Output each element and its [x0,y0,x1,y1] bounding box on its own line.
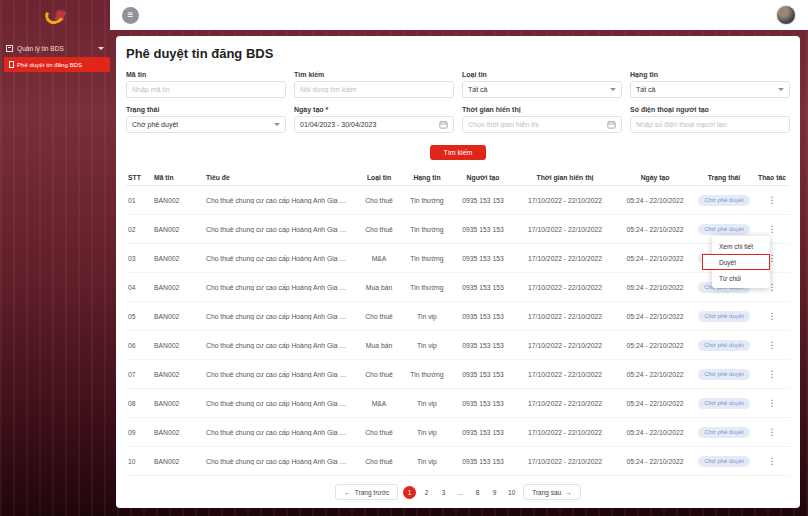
cell-loai-tin: Cho thuê [356,197,402,204]
cell-tieu-de: Cho thuê chung cư cao cấp Hoàng Anh Gia … [206,284,356,291]
cell-thoi-gian: 17/10/2022 - 22/10/2022 [514,371,616,378]
cell-thoi-gian: 17/10/2022 - 22/10/2022 [514,342,616,349]
row-actions-kebab-icon[interactable]: ⋮ [768,340,777,350]
context-menu-item[interactable]: Duyệt [702,254,770,270]
prev-page-label: Trang trước [355,489,389,496]
row-actions-kebab-icon[interactable]: ⋮ [768,369,777,379]
so-dien-thoai-label: Số điện thoại người tạo [630,106,790,113]
sidebar-group-label: Quản lý tin BDS [17,45,64,52]
cell-tieu-de: Cho thuê chung cư cao cấp Hoàng Anh Gia … [206,255,356,262]
sidebar-item-quan-ly-tin-bds[interactable]: Quản lý tin BDS [6,45,104,52]
context-menu-item[interactable]: Từ chối [712,271,770,285]
cell-tieu-de: Cho thuê chung cư cao cấp Hoàng Anh Gia … [206,226,356,233]
page-ellipsis: ... [454,486,467,499]
main-content: Phê duyệt tin đăng BDS Mã tin Tìm kiếm L… [116,36,800,508]
row-actions-kebab-icon[interactable]: ⋮ [768,195,777,205]
chevron-down-icon [98,47,104,50]
hang-tin-label: Hạng tin [630,71,790,78]
cell-trang-thai: Chờ phê duyệt [694,340,754,351]
loai-tin-select[interactable]: Tất cả [462,81,622,98]
cell-hang-tin: Tin thường [402,255,452,262]
cell-ma-tin: BAN002 [154,400,206,407]
app-logo[interactable]: R [0,0,110,30]
table-row: 05BAN002Cho thuê chung cư cao cấp Hoàng … [126,302,790,331]
page-number[interactable]: 1 [403,486,416,499]
row-actions-kebab-icon[interactable]: ⋮ [768,427,777,437]
ngay-tao-daterange[interactable] [294,116,454,133]
loai-tin-value: Tất cả [468,86,487,93]
cell-tieu-de: Cho thuê chung cư cao cấp Hoàng Anh Gia … [206,458,356,465]
cell-hang-tin: Tin thường [402,284,452,291]
thoi-gian-hien-thi-daterange[interactable] [462,116,622,133]
cell-ma-tin: BAN002 [154,255,206,262]
cell-thao-tac: ⋮ [754,457,790,466]
user-avatar[interactable] [776,5,796,25]
listings-table: STTMã tinTiêu đềLoại tinHạng tinNgười tạ… [126,170,790,476]
so-dien-thoai-input[interactable] [630,116,790,133]
trang-thai-select[interactable]: Chờ phê duyệt [126,116,286,133]
table-row: 07BAN002Cho thuê chung cư cao cấp Hoàng … [126,360,790,389]
page-number[interactable]: 9 [488,486,501,499]
next-page-button[interactable]: Trang sau → [523,484,581,500]
menu-toggle-button[interactable]: ≡ [122,7,139,24]
thoi-gian-hien-thi-label: Thời gian hiển thị [462,106,622,113]
row-actions-kebab-icon[interactable]: ⋮ [768,398,777,408]
cell-trang-thai: Chờ phê duyệt [694,224,754,235]
loai-tin-label: Loại tin [462,71,622,78]
cell-hang-tin: Tin vip [402,313,452,320]
cell-stt: 05 [126,313,154,320]
cell-loai-tin: Cho thuê [356,371,402,378]
cell-thoi-gian: 17/10/2022 - 22/10/2022 [514,429,616,436]
cell-ngay-tao: 05:24 - 22/10/2022 [616,458,694,465]
cell-hang-tin: Tin thường [402,226,452,233]
cell-thoi-gian: 17/10/2022 - 22/10/2022 [514,458,616,465]
chevron-down-icon [610,88,616,91]
context-menu-item[interactable]: Xem chi tiết [712,239,770,253]
status-badge: Chờ phê duyệt [698,195,750,206]
calendar-icon[interactable] [439,120,448,129]
trang-thai-value: Chờ phê duyệt [132,121,178,128]
search-button[interactable]: Tìm kiếm [430,145,487,160]
page-number[interactable]: 3 [437,486,450,499]
cell-nguoi-tao: 0935 153 153 [452,226,514,233]
cell-thao-tac: ⋮ [754,428,790,437]
cell-stt: 02 [126,226,154,233]
status-badge: Chờ phê duyệt [698,456,750,467]
filter-so-dien-thoai: Số điện thoại người tạo [630,106,790,133]
row-actions-kebab-icon[interactable]: ⋮ [768,311,777,321]
search-button-row: Tìm kiếm [126,145,790,160]
column-header: Tiêu đề [206,174,356,181]
cell-thoi-gian: 17/10/2022 - 22/10/2022 [514,255,616,262]
filter-hang-tin: Hạng tin Tất cả [630,71,790,98]
ma-tin-input[interactable] [126,81,286,98]
row-actions-kebab-icon[interactable]: ⋮ [768,224,777,234]
tim-kiem-label: Tìm kiếm [294,71,454,78]
table-row: 08BAN002Cho thuê chung cư cao cấp Hoàng … [126,389,790,418]
cell-nguoi-tao: 0935 153 153 [452,255,514,262]
page-number[interactable]: 8 [471,486,484,499]
tim-kiem-input[interactable] [294,81,454,98]
prev-page-button[interactable]: ← Trang trước [335,484,398,500]
column-header: Loại tin [356,174,402,181]
cell-stt: 06 [126,342,154,349]
page-number[interactable]: 10 [505,486,518,499]
cell-ngay-tao: 05:24 - 22/10/2022 [616,400,694,407]
cell-thoi-gian: 17/10/2022 - 22/10/2022 [514,197,616,204]
hang-tin-select[interactable]: Tất cả [630,81,790,98]
cell-thao-tac: ⋮ [754,196,790,205]
cell-ngay-tao: 05:24 - 22/10/2022 [616,197,694,204]
page-number[interactable]: 2 [420,486,433,499]
document-icon [9,61,14,68]
ngay-tao-input[interactable] [300,121,435,128]
table-body: 01BAN002Cho thuê chung cư cao cấp Hoàng … [126,186,790,476]
row-actions-kebab-icon[interactable]: ⋮ [768,456,777,466]
cell-ngay-tao: 05:24 - 22/10/2022 [616,342,694,349]
filter-thoi-gian-hien-thi: Thời gian hiển thị [462,106,622,133]
cell-thao-tac: ⋮ [754,399,790,408]
sidebar-item-phe-duyet-tin-dang-bds[interactable]: Phê duyệt tin đăng BDS [4,57,110,72]
calendar-icon[interactable] [607,120,616,129]
cell-ngay-tao: 05:24 - 22/10/2022 [616,371,694,378]
thoi-gian-hien-thi-input[interactable] [468,121,603,128]
cell-stt: 10 [126,458,154,465]
cell-loai-tin: M&A [356,400,402,407]
